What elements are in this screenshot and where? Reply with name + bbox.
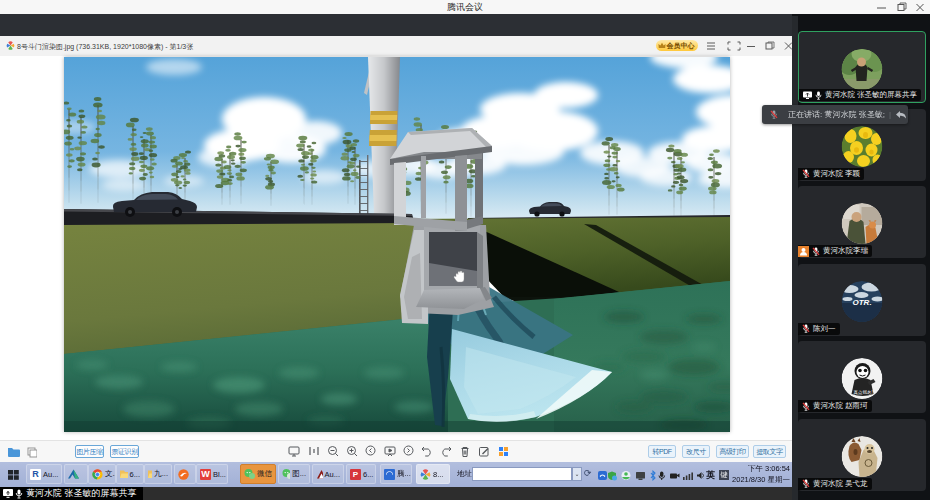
svg-text:真点我名!: 真点我名! [854,390,873,395]
svg-text:OTR.: OTR. [853,298,872,307]
